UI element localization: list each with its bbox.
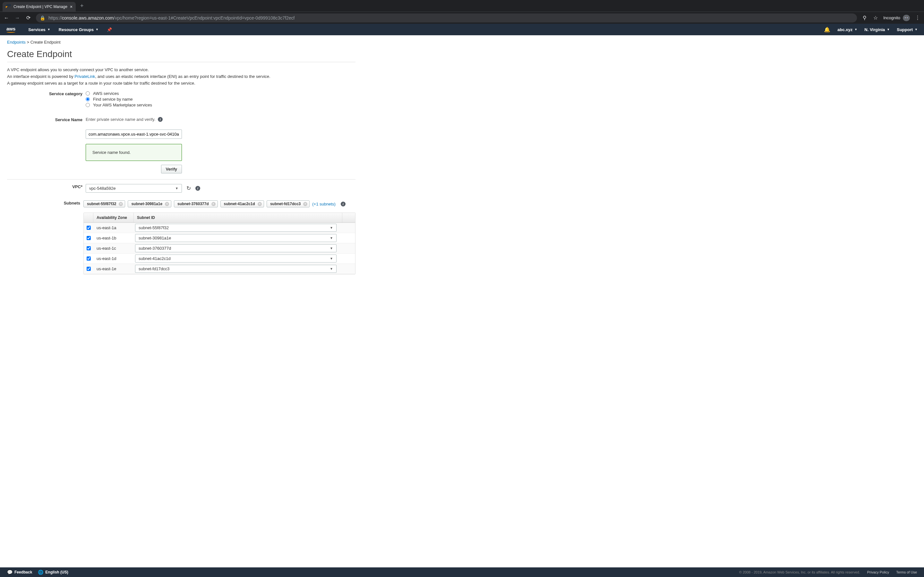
browser-chrome: Create Endpoint | VPC Manage × + ← → ⟳ 🔒… — [0, 0, 924, 24]
incognito-icon: 👓 — [903, 15, 910, 21]
table-row: us-east-1esubnet-fd17dcc3▼ — [84, 264, 355, 274]
divider — [7, 62, 355, 62]
chevron-down-icon: ▼ — [330, 257, 333, 260]
info-icon[interactable]: i — [341, 201, 346, 206]
col-end — [342, 213, 355, 222]
remove-icon[interactable]: × — [303, 202, 307, 206]
radio-option[interactable]: Your AWS Marketplace services — [86, 103, 355, 107]
tab-bar: Create Endpoint | VPC Manage × + — [0, 0, 924, 11]
pin-icon[interactable]: 📌 — [107, 27, 112, 32]
chevron-down-icon: ▼ — [175, 187, 178, 190]
chevron-down-icon: ▼ — [330, 236, 333, 240]
service-name-input[interactable] — [86, 129, 182, 139]
vpc-select[interactable]: vpc-548a592e ▼ — [86, 184, 182, 193]
info-icon[interactable]: i — [195, 186, 200, 191]
remove-icon[interactable]: × — [165, 202, 169, 206]
back-button[interactable]: ← — [3, 15, 10, 21]
subnet-table-header: Availability Zone Subnet ID — [84, 213, 355, 223]
subnet-table-body: us-east-1asubnet-55f87f32▼us-east-1bsubn… — [84, 223, 355, 274]
radio-input[interactable] — [86, 103, 90, 107]
nav-resource-groups[interactable]: Resource Groups ▼ — [59, 27, 99, 32]
aws-header-right: 🔔 abc.xyz ▼ N. Virginia ▼ Support ▼ — [824, 27, 918, 33]
browser-tab[interactable]: Create Endpoint | VPC Manage × — [3, 2, 76, 11]
reload-button[interactable]: ⟳ — [25, 15, 31, 21]
remove-icon[interactable]: × — [119, 202, 123, 206]
aws-logo[interactable]: aws — [6, 26, 15, 33]
subnet-chip[interactable]: subnet-fd17dcc3× — [267, 200, 310, 207]
remove-icon[interactable]: × — [212, 202, 216, 206]
chevron-down-icon: ▼ — [330, 267, 333, 271]
chevron-down-icon: ▼ — [95, 28, 99, 31]
more-subnets-link[interactable]: (+1 subnets) — [312, 201, 336, 206]
description: A VPC endpoint allows you to securely co… — [7, 67, 355, 87]
aws-favicon-icon — [6, 4, 11, 9]
account-menu[interactable]: abc.xyz ▼ — [837, 27, 857, 32]
row-service-category: Service category AWS servicesFind servic… — [7, 91, 355, 107]
label-service-name: Service Name — [7, 117, 86, 173]
chevron-down-icon: ▼ — [887, 28, 890, 31]
subnet-chip[interactable]: subnet-3760377d× — [174, 200, 218, 207]
row-vpc: VPC* vpc-548a592e ▼ ↻ i — [7, 184, 355, 193]
chevron-down-icon: ▼ — [47, 28, 50, 31]
remove-icon[interactable]: × — [258, 202, 262, 206]
page-title: Create Endpoint — [7, 49, 355, 59]
label-service-category: Service category — [7, 91, 86, 107]
breadcrumb-link-endpoints[interactable]: Endpoints — [7, 40, 26, 45]
star-icon[interactable]: ☆ — [872, 15, 879, 21]
col-az: Availability Zone — [94, 213, 134, 222]
subnet-select[interactable]: subnet-fd17dcc3▼ — [135, 265, 336, 273]
bell-icon[interactable]: 🔔 — [824, 27, 830, 33]
radio-input[interactable] — [86, 97, 90, 101]
row-checkbox[interactable] — [87, 256, 91, 261]
radio-input[interactable] — [86, 91, 90, 95]
refresh-icon[interactable]: ↻ — [186, 185, 191, 192]
row-checkbox[interactable] — [87, 236, 91, 240]
subnet-select[interactable]: subnet-41ac2c1d▼ — [135, 255, 336, 263]
aws-header: aws Services ▼ Resource Groups ▼ 📌 🔔 abc… — [0, 24, 924, 35]
table-row: us-east-1csubnet-3760377d▼ — [84, 243, 355, 253]
subnet-select[interactable]: subnet-3760377d▼ — [135, 244, 336, 252]
az-cell: us-east-1a — [94, 224, 134, 232]
url-text: https://console.aws.amazon.com/vpc/home?… — [48, 15, 294, 21]
az-cell: us-east-1d — [94, 255, 134, 263]
verify-button[interactable]: Verify — [161, 165, 182, 173]
search-icon[interactable]: ⚲ — [861, 15, 868, 21]
service-category-radios: AWS servicesFind service by nameYour AWS… — [86, 91, 355, 107]
table-row: us-east-1dsubnet-41ac2c1d▼ — [84, 253, 355, 264]
radio-option[interactable]: AWS services — [86, 91, 355, 96]
chevron-down-icon: ▼ — [915, 28, 918, 31]
az-cell: us-east-1e — [94, 265, 134, 273]
tab-title: Create Endpoint | VPC Manage — [13, 5, 67, 9]
region-menu[interactable]: N. Virginia ▼ — [864, 27, 890, 32]
new-tab-button[interactable]: + — [80, 3, 84, 9]
row-checkbox[interactable] — [87, 226, 91, 230]
row-checkbox[interactable] — [87, 267, 91, 271]
col-subnet: Subnet ID — [134, 213, 342, 222]
az-cell: us-east-1b — [94, 234, 134, 242]
url-field[interactable]: 🔒 https://console.aws.amazon.com/vpc/hom… — [36, 13, 857, 23]
label-vpc: VPC* — [7, 184, 86, 193]
forward-button[interactable]: → — [14, 15, 21, 21]
subnet-chip[interactable]: subnet-41ac2c1d× — [220, 200, 264, 207]
privatelink-link[interactable]: PrivateLink — [74, 74, 95, 79]
subnet-select[interactable]: subnet-55f87f32▼ — [135, 224, 336, 232]
subnet-chip[interactable]: subnet-30981a1e× — [128, 200, 171, 207]
radio-option[interactable]: Find service by name — [86, 97, 355, 102]
close-icon[interactable]: × — [70, 4, 73, 9]
support-menu[interactable]: Support ▼ — [897, 27, 918, 32]
chevron-down-icon: ▼ — [330, 247, 333, 250]
service-name-success: Service name found. — [86, 144, 182, 161]
breadcrumb-current: Create Endpoint — [31, 40, 61, 45]
row-checkbox[interactable] — [87, 246, 91, 250]
subnet-chip[interactable]: subnet-55f87f32× — [83, 200, 125, 207]
incognito-indicator: Incognito 👓 — [883, 15, 910, 21]
address-bar: ← → ⟳ 🔒 https://console.aws.amazon.com/v… — [0, 11, 924, 24]
nav-services[interactable]: Services ▼ — [28, 27, 50, 32]
subnet-select[interactable]: subnet-30981a1e▼ — [135, 234, 336, 242]
breadcrumb: Endpoints > Create Endpoint — [7, 40, 355, 45]
chevron-down-icon: ▼ — [855, 28, 857, 31]
menu-icon[interactable]: ⋮ — [914, 15, 921, 21]
main-content: Endpoints > Create Endpoint Create Endpo… — [0, 35, 363, 293]
chevron-down-icon: ▼ — [330, 226, 333, 229]
info-icon[interactable]: i — [158, 117, 163, 122]
